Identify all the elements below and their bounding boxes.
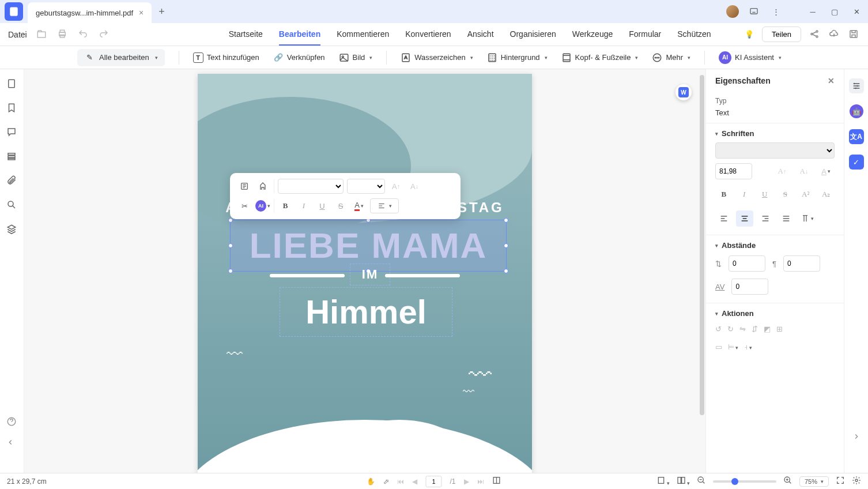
open-icon[interactable] <box>36 29 48 40</box>
superscript-button[interactable]: A² <box>797 186 814 202</box>
collapse-right-icon[interactable] <box>849 429 864 444</box>
align-justify-button[interactable] <box>778 210 795 227</box>
bulb-icon[interactable]: 💡 <box>745 30 754 39</box>
watermark-button[interactable]: A Wasserzeichen▾ <box>401 52 473 63</box>
font-color-icon[interactable]: A▾ <box>352 198 367 213</box>
header-footer-button[interactable]: Kopf- & Fußzeile▾ <box>561 52 639 63</box>
translate-icon[interactable]: 文A <box>849 129 864 144</box>
tab-convert[interactable]: Konvertieren <box>405 24 451 46</box>
actions-section-header[interactable]: ▾Aktionen <box>706 303 844 320</box>
increase-font-icon[interactable]: A↑ <box>773 163 791 179</box>
ai-chat-icon[interactable]: 🤖 <box>849 104 864 119</box>
feedback-icon[interactable] <box>747 5 761 18</box>
add-text-button[interactable]: T Text hinzufügen <box>193 52 259 63</box>
zoom-select[interactable]: 75%▾ <box>799 476 829 487</box>
flip-v-icon[interactable]: ⇵ <box>752 325 758 333</box>
stack-icon[interactable] <box>6 224 18 235</box>
increase-font-icon[interactable]: A↑ <box>388 179 403 194</box>
help-icon[interactable] <box>6 416 18 428</box>
edit-all-button[interactable]: ✎ Alle bearbeiten ▾ <box>77 49 165 66</box>
highlight-icon[interactable]: A▾ <box>817 163 835 179</box>
close-panel-icon[interactable]: ✕ <box>828 76 835 85</box>
close-window-icon[interactable]: ✕ <box>850 5 863 18</box>
rotate-left-icon[interactable]: ↺ <box>715 325 722 333</box>
font-family-select[interactable] <box>278 179 344 194</box>
collapse-left-icon[interactable] <box>6 438 18 450</box>
view-mode-icon[interactable]: ▾ <box>677 476 690 487</box>
thumbnails-icon[interactable] <box>6 78 18 90</box>
layers-icon[interactable] <box>6 151 18 163</box>
underline-button[interactable]: U <box>756 186 773 202</box>
tab-organize[interactable]: Organisieren <box>510 24 556 46</box>
text-line-3[interactable]: IM <box>350 264 390 285</box>
decrease-font-icon[interactable]: A↓ <box>407 179 422 194</box>
reading-mode-icon[interactable] <box>492 476 501 487</box>
properties-icon[interactable] <box>237 179 252 194</box>
user-avatar[interactable] <box>726 5 739 18</box>
tab-protect[interactable]: Schützen <box>677 24 711 46</box>
last-page-icon[interactable]: ⏭ <box>477 477 484 486</box>
maximize-icon[interactable]: ▢ <box>828 5 841 18</box>
bold-icon[interactable]: B <box>278 198 293 213</box>
print-icon[interactable] <box>57 29 69 40</box>
prev-page-icon[interactable]: ◀ <box>412 477 417 486</box>
flip-h-icon[interactable]: ⇋ <box>739 325 746 333</box>
line-spacing-input[interactable] <box>729 255 765 272</box>
underline-icon[interactable]: U <box>315 198 330 213</box>
font-size-select[interactable] <box>347 179 385 194</box>
tab-tools[interactable]: Werkzeuge <box>572 24 613 46</box>
tab-home[interactable]: Startseite <box>229 24 263 46</box>
extract-icon[interactable]: ▭ <box>715 343 722 351</box>
tab-comment[interactable]: Kommentieren <box>337 24 389 46</box>
more-button[interactable]: Mehr▾ <box>652 52 690 63</box>
zoom-slider[interactable] <box>713 480 776 483</box>
close-tab-icon[interactable]: × <box>139 8 144 17</box>
text-direction-button[interactable]: ▾ <box>798 210 816 227</box>
replace-icon[interactable]: ⊞ <box>776 325 783 333</box>
cloud-icon[interactable] <box>829 29 840 40</box>
bookmark-icon[interactable] <box>6 103 18 114</box>
share-button[interactable]: Teilen <box>762 27 801 42</box>
add-tab-button[interactable]: + <box>158 6 165 18</box>
share-link-icon[interactable] <box>809 29 821 40</box>
redo-icon[interactable] <box>99 29 110 40</box>
resize-handle[interactable] <box>228 269 233 273</box>
align-center-button[interactable] <box>736 210 753 227</box>
tab-view[interactable]: Ansicht <box>467 24 494 46</box>
undo-icon[interactable] <box>78 29 89 40</box>
document-page[interactable]: 〰 〰 〰 ALLES GUTE ZUM GEBURTSTAG LIEBE MA… <box>198 74 532 473</box>
properties-toggle-icon[interactable] <box>849 78 864 93</box>
minimize-icon[interactable]: ─ <box>806 5 820 18</box>
background-button[interactable]: Hintergrund▾ <box>487 52 548 63</box>
fit-page-icon[interactable]: ▾ <box>656 476 670 487</box>
strikethrough-button[interactable]: S <box>777 186 794 202</box>
font-family-select-panel[interactable] <box>715 142 835 159</box>
align-left-button[interactable] <box>715 210 733 227</box>
check-icon[interactable]: ✓ <box>849 155 864 170</box>
canvas[interactable]: 〰 〰 〰 ALLES GUTE ZUM GEBURTSTAG LIEBE MA… <box>24 69 705 473</box>
distribute-icon[interactable]: ⫞▾ <box>744 343 752 351</box>
kebab-menu-icon[interactable]: ⋮ <box>769 5 783 18</box>
save-icon[interactable] <box>848 29 860 40</box>
vertical-scrollbar[interactable] <box>700 75 704 415</box>
first-page-icon[interactable]: ⏮ <box>397 477 404 486</box>
align-obj-icon[interactable]: ⊨▾ <box>728 343 738 351</box>
strikethrough-icon[interactable]: S <box>333 198 348 213</box>
hand-tool-icon[interactable]: ✋ <box>367 477 375 486</box>
fonts-section-header[interactable]: ▾Schriften <box>706 123 844 140</box>
italic-button[interactable]: I <box>736 186 753 202</box>
zoom-thumb[interactable] <box>731 478 738 485</box>
crop-icon[interactable]: ◩ <box>764 325 771 333</box>
fullscreen-icon[interactable] <box>836 476 845 487</box>
resize-handle[interactable] <box>228 218 233 223</box>
cut-icon[interactable]: ✂ <box>237 198 252 213</box>
resize-handle[interactable] <box>504 218 508 223</box>
image-button[interactable]: Bild▾ <box>339 52 373 63</box>
subscript-button[interactable]: A₂ <box>818 186 835 202</box>
italic-icon[interactable]: I <box>296 198 311 213</box>
zoom-out-icon[interactable] <box>697 476 706 487</box>
paragraph-spacing-input[interactable] <box>783 255 820 272</box>
tab-edit[interactable]: Bearbeiten <box>279 24 320 46</box>
resize-handle[interactable] <box>504 269 508 273</box>
search-icon[interactable] <box>6 200 18 211</box>
